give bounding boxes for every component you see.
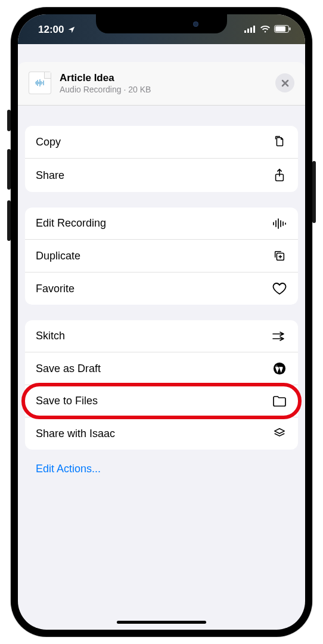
share-icon <box>272 168 287 182</box>
battery-icon <box>274 25 291 33</box>
audio-waveform-icon <box>35 79 45 87</box>
stack-icon <box>272 427 287 440</box>
header-title: Article Idea <box>60 72 267 84</box>
svg-rect-5 <box>275 26 285 32</box>
action-label: Skitch <box>36 330 65 342</box>
action-share-with-isaac[interactable]: Share with Isaac <box>25 417 298 450</box>
action-label: Save as Draft <box>36 363 101 375</box>
svg-rect-6 <box>290 27 291 30</box>
status-time: 12:00 <box>38 24 64 36</box>
action-label: Share <box>36 169 64 182</box>
action-group-2: Edit Recording Duplicate Favorite <box>25 208 298 305</box>
header-subtitle: Audio Recording · 20 KB <box>60 85 267 94</box>
notch <box>96 14 227 33</box>
action-label: Share with Isaac <box>36 428 115 440</box>
wordpress-icon <box>272 362 287 375</box>
wifi-icon <box>260 25 271 33</box>
action-label: Favorite <box>36 283 74 295</box>
arrows-icon <box>272 332 287 341</box>
svg-rect-3 <box>253 26 255 33</box>
action-edit-recording[interactable]: Edit Recording <box>25 208 298 239</box>
duplicate-icon <box>272 249 287 262</box>
svg-point-9 <box>274 363 285 374</box>
svg-rect-1 <box>247 29 249 33</box>
action-duplicate[interactable]: Duplicate <box>25 239 298 272</box>
action-label: Save to Files <box>36 395 98 407</box>
close-icon <box>281 79 289 87</box>
close-button[interactable] <box>275 73 294 92</box>
copy-icon <box>272 135 287 148</box>
action-group-1: Copy Share <box>25 126 298 192</box>
heart-icon <box>272 282 287 295</box>
action-group-3: Skitch Save as Draft Save to Files <box>25 320 298 450</box>
action-label: Copy <box>36 136 61 148</box>
home-indicator[interactable] <box>117 621 206 624</box>
action-save-to-files[interactable]: Save to Files <box>25 385 298 417</box>
share-sheet-header: Article Idea Audio Recording · 20 KB <box>18 62 305 106</box>
edit-actions-link[interactable]: Edit Actions... <box>25 453 298 485</box>
action-label: Duplicate <box>36 250 80 262</box>
action-favorite[interactable]: Favorite <box>25 272 298 305</box>
action-share[interactable]: Share <box>25 158 298 192</box>
action-skitch[interactable]: Skitch <box>25 320 298 352</box>
signal-icon <box>244 26 256 33</box>
phone-frame: 12:00 Article Idea Audio Recording · 20 … <box>11 7 312 637</box>
svg-rect-2 <box>250 27 252 33</box>
action-label: Edit Recording <box>36 217 106 230</box>
svg-rect-0 <box>244 30 246 33</box>
folder-icon <box>272 395 287 407</box>
location-icon <box>67 26 76 34</box>
waveform-icon <box>272 218 287 230</box>
action-copy[interactable]: Copy <box>25 126 298 158</box>
document-thumbnail <box>29 72 51 94</box>
action-save-as-draft[interactable]: Save as Draft <box>25 352 298 385</box>
actions-content: Copy Share Edit Recording <box>18 126 305 497</box>
screen: 12:00 Article Idea Audio Recording · 20 … <box>18 14 305 630</box>
